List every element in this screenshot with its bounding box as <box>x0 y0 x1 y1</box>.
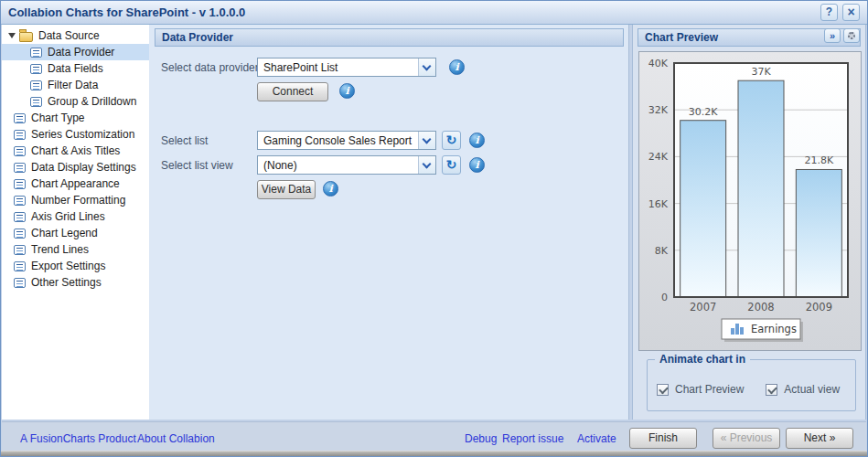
svg-text:40K: 40K <box>648 58 669 69</box>
view-data-button[interactable]: View Data <box>257 180 316 199</box>
page-icon <box>30 48 42 58</box>
tree-item-data-fields[interactable]: Data Fields <box>2 60 149 77</box>
tree-item-chart-appearance[interactable]: Chart Appearance <box>2 175 149 192</box>
page-icon <box>14 113 26 123</box>
connect-button[interactable]: Connect <box>257 82 328 101</box>
tree-item-group-drilldown[interactable]: Group & Drilldown <box>2 93 149 110</box>
tree-label: Export Settings <box>31 260 105 272</box>
svg-text:16K: 16K <box>648 198 669 210</box>
refresh-icon[interactable]: ↻ <box>442 155 461 175</box>
info-icon[interactable]: i <box>469 133 485 148</box>
gear-icon[interactable] <box>843 28 860 43</box>
svg-text:0: 0 <box>661 292 668 303</box>
tree-item-chart-axis-titles[interactable]: Chart & Axis Titles <box>2 143 149 159</box>
svg-text:24K: 24K <box>648 151 669 163</box>
window-bottom-edge <box>1 451 867 456</box>
close-button[interactable]: × <box>842 4 860 21</box>
info-icon[interactable]: i <box>323 181 338 197</box>
next-button[interactable]: Next » <box>786 428 853 449</box>
tree-item-chart-legend[interactable]: Chart Legend <box>2 225 149 241</box>
page-icon <box>14 163 26 173</box>
page-icon <box>14 261 26 271</box>
dropdown-arrow[interactable] <box>418 156 435 174</box>
svg-text:Earnings: Earnings <box>751 323 797 335</box>
help-button[interactable]: ? <box>820 4 838 21</box>
tree-label: Data Provider <box>48 46 114 58</box>
data-provider-panel: Data Provider Select data provider Share… <box>149 25 629 420</box>
info-icon[interactable]: i <box>449 59 465 75</box>
chart-canvas: 40K32K24K16K8K030.2K200737K200821.8K2009… <box>638 51 862 351</box>
actual-view-checkbox[interactable] <box>766 384 777 396</box>
dropdown-arrow[interactable] <box>418 132 435 149</box>
tree-label: Chart Appearance <box>31 177 120 190</box>
page-icon <box>14 146 26 156</box>
tree-item-trend-lines[interactable]: Trend Lines <box>2 241 149 258</box>
tree-item-number-formatting[interactable]: Number Formatting <box>2 192 149 208</box>
previous-button[interactable]: « Previous <box>713 428 780 449</box>
list-select[interactable]: Gaming Console Sales Report <box>257 131 436 150</box>
tree-item-export-settings[interactable]: Export Settings <box>2 258 149 274</box>
tree-label: Chart Legend <box>31 227 98 239</box>
refresh-icon[interactable]: ↻ <box>442 131 461 150</box>
page-icon <box>14 179 26 189</box>
tree-item-other-settings[interactable]: Other Settings <box>2 274 149 291</box>
tree-node-data-source[interactable]: Data Source <box>2 27 149 44</box>
page-icon <box>14 130 26 140</box>
chart-preview-checkbox[interactable] <box>657 384 669 396</box>
tree-item-series-customization[interactable]: Series Customization <box>2 126 149 143</box>
tree-item-data-provider[interactable]: Data Provider <box>2 44 149 60</box>
tree-item-axis-grid-lines[interactable]: Axis Grid Lines <box>2 208 149 225</box>
settings-tree: Data Source Data Provider Data Fields Fi… <box>2 25 149 420</box>
tree-label: Chart & Axis Titles <box>31 144 120 157</box>
svg-text:32K: 32K <box>648 104 669 116</box>
collapse-panel-icon[interactable]: » <box>824 28 841 43</box>
tree-label: Series Customization <box>31 128 134 141</box>
checkbox-label: Chart Preview <box>675 383 744 396</box>
title-bar: Collabion Charts for SharePoint - v 1.0.… <box>1 1 867 25</box>
page-icon <box>30 80 42 90</box>
select-value: (None) <box>263 159 415 172</box>
tree-item-data-display-settings[interactable]: Data Display Settings <box>2 159 149 175</box>
finish-button[interactable]: Finish <box>629 428 697 449</box>
list-label: Select list <box>161 134 208 147</box>
info-icon[interactable]: i <box>339 83 355 99</box>
provider-label: Select data provider <box>161 61 259 74</box>
page-icon <box>30 64 42 74</box>
report-issue-link[interactable]: Report issue <box>502 432 563 445</box>
svg-text:8K: 8K <box>655 245 669 257</box>
list-view-select[interactable]: (None) <box>257 155 436 175</box>
tree-label: Data Display Settings <box>31 161 136 174</box>
footer-bar: A FusionCharts Product About Collabion D… <box>2 421 866 452</box>
view-label: Select list view <box>161 159 233 172</box>
tree-label: Group & Drilldown <box>48 95 136 108</box>
info-icon[interactable]: i <box>469 157 485 173</box>
chevron-down-icon <box>423 62 432 71</box>
page-icon <box>14 245 26 255</box>
tree-item-chart-type[interactable]: Chart Type <box>2 110 149 126</box>
tree-item-filter-data[interactable]: Filter Data <box>2 77 149 93</box>
app-window: Collabion Charts for SharePoint - v 1.0.… <box>0 0 868 457</box>
page-icon <box>30 97 42 107</box>
tree-label: Trend Lines <box>31 243 89 256</box>
page-icon <box>14 196 26 206</box>
debug-link[interactable]: Debug <box>465 432 497 445</box>
tree-label: Axis Grid Lines <box>31 210 105 223</box>
tree-label: Filter Data <box>48 79 98 91</box>
gear-glyph <box>848 32 855 39</box>
expander-icon[interactable] <box>8 33 16 38</box>
select-value: SharePoint List <box>263 61 415 74</box>
data-provider-select[interactable]: SharePoint List <box>257 58 436 77</box>
fusioncharts-product-link[interactable]: A FusionCharts Product <box>20 432 136 445</box>
activate-link[interactable]: Activate <box>577 432 616 445</box>
animate-group-title: Animate chart in <box>655 353 750 366</box>
tree-label: Data Source <box>38 29 100 42</box>
panel-title: Data Provider <box>155 28 624 47</box>
dropdown-arrow[interactable] <box>418 58 435 76</box>
tree-label: Number Formatting <box>31 194 125 207</box>
svg-text:2009: 2009 <box>806 301 832 314</box>
folder-icon <box>19 32 33 42</box>
svg-text:2007: 2007 <box>690 301 716 314</box>
chart-preview-panel: Chart Preview » 40K32K24K16K8K030.2K2007… <box>632 25 866 420</box>
about-collabion-link[interactable]: About Collabion <box>137 432 215 445</box>
svg-text:30.2K: 30.2K <box>689 106 718 118</box>
